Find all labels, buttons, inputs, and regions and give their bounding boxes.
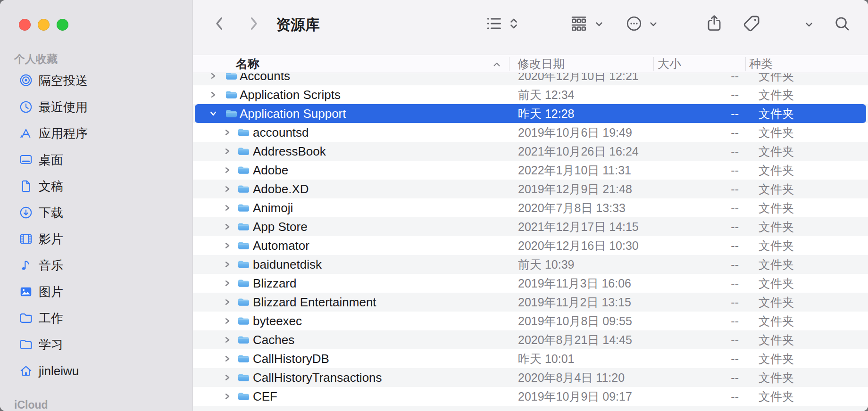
column-header-date-modified[interactable]: 修改日期	[517, 55, 565, 73]
file-kind: 文件夹	[759, 180, 794, 198]
file-size: --	[682, 368, 739, 387]
file-name: byteexec	[253, 312, 302, 330]
column-header-size[interactable]: 大小	[658, 55, 681, 73]
file-row[interactable]: byteexec2019年10月8日 09:55--文件夹	[193, 312, 868, 330]
disclosure-collapsed-icon[interactable]	[225, 374, 230, 381]
folder-icon	[238, 147, 250, 156]
sidebar-item-影片[interactable]: 影片	[0, 226, 192, 252]
folder-icon	[238, 335, 250, 345]
more-actions-chevron-down-icon[interactable]	[647, 18, 659, 30]
sidebar-item-学习[interactable]: 学习	[0, 331, 192, 358]
file-row[interactable]: AddressBook2021年10月26日 16:24--文件夹	[193, 142, 868, 161]
sidebar-item-最近使用[interactable]: 最近使用	[0, 94, 192, 120]
disclosure-collapsed-icon[interactable]	[225, 261, 230, 268]
file-row[interactable]: CEF2019年10月9日 09:17--文件夹	[193, 387, 868, 406]
file-row[interactable]: Application Scripts前天 12:34--文件夹	[193, 85, 868, 104]
more-actions-button[interactable]	[625, 15, 643, 33]
group-by-chevron-down-icon[interactable]	[593, 18, 605, 30]
file-kind: 文件夹	[759, 255, 794, 274]
sidebar-item-jinleiwu[interactable]: jinleiwu	[0, 358, 192, 384]
file-name: Adobe	[253, 161, 288, 180]
close-button[interactable]	[19, 19, 31, 31]
disclosure-collapsed-icon[interactable]	[225, 205, 230, 211]
back-button[interactable]	[210, 14, 229, 33]
tag-button[interactable]	[742, 14, 761, 33]
file-name: accountsd	[253, 123, 309, 142]
file-row[interactable]: Accounts2020年12月10日 12:21--文件夹	[193, 73, 868, 85]
sidebar-item-文稿[interactable]: 文稿	[0, 173, 192, 199]
column-header-kind[interactable]: 种类	[749, 55, 773, 73]
disclosure-collapsed-icon[interactable]	[225, 242, 230, 249]
file-row[interactable]: Adobe.XD2019年12月9日 21:48--文件夹	[193, 180, 868, 198]
file-row[interactable]: Caches2020年8月21日 14:45--文件夹	[193, 330, 868, 349]
disclosure-collapsed-icon[interactable]	[225, 318, 230, 324]
disclosure-collapsed-icon[interactable]	[225, 280, 230, 287]
file-row[interactable]: Automator2020年12月16日 10:30--文件夹	[193, 236, 868, 255]
column-header-name[interactable]: 名称	[236, 55, 259, 73]
file-date-modified: 昨天 10:01	[518, 349, 575, 368]
file-size: --	[682, 104, 739, 123]
file-name: Application Scripts	[240, 85, 341, 104]
file-row[interactable]: App Store2021年12月17日 14:15--文件夹	[193, 217, 868, 236]
share-button[interactable]	[705, 14, 724, 33]
minimize-button[interactable]	[38, 19, 50, 31]
toolbar-overflow-chevron-icon[interactable]	[803, 18, 815, 31]
disclosure-collapsed-icon[interactable]	[225, 186, 230, 192]
folder-icon	[238, 241, 250, 250]
folder-icon	[238, 184, 250, 194]
file-row[interactable]: Blizzard Entertainment2019年11月2日 13:15--…	[193, 293, 868, 312]
folder-icon	[225, 73, 237, 81]
file-size: --	[682, 217, 739, 236]
disclosure-collapsed-icon[interactable]	[225, 337, 230, 343]
disclosure-collapsed-icon[interactable]	[225, 167, 230, 173]
view-list-button[interactable]	[484, 14, 503, 33]
sidebar-item-下载[interactable]: 下载	[0, 199, 192, 226]
file-row[interactable]: Adobe2022年1月10日 11:31--文件夹	[193, 161, 868, 180]
zoom-button[interactable]	[57, 19, 68, 31]
sidebar-item-label: 隔空投送	[39, 67, 88, 94]
disclosure-collapsed-icon[interactable]	[225, 393, 230, 400]
file-list: Accounts2020年12月10日 12:21--文件夹Applicatio…	[193, 73, 868, 411]
file-kind: 文件夹	[759, 198, 794, 217]
disclosure-expanded-icon[interactable]	[210, 111, 217, 116]
sidebar-item-桌面[interactable]: 桌面	[0, 147, 192, 173]
file-row[interactable]: CallHistoryTransactions2020年8月4日 11:20--…	[193, 368, 868, 387]
disclosure-collapsed-icon[interactable]	[210, 91, 216, 98]
file-kind: 文件夹	[759, 387, 794, 406]
file-row[interactable]: accountsd2019年10月6日 19:49--文件夹	[193, 123, 868, 142]
file-size: --	[682, 73, 739, 85]
file-name: CallHistoryTransactions	[253, 368, 382, 387]
column-divider[interactable]	[653, 57, 654, 71]
column-divider[interactable]	[509, 57, 509, 71]
sidebar-item-工作[interactable]: 工作	[0, 305, 192, 331]
disclosure-collapsed-icon[interactable]	[225, 223, 230, 230]
group-by-button[interactable]	[569, 14, 588, 33]
sidebar-section-favorites: 个人收藏	[14, 52, 58, 66]
sidebar-favorites-list: 隔空投送最近使用应用程序桌面文稿下载影片音乐图片工作学习jinleiwu	[0, 67, 192, 384]
forward-button[interactable]	[244, 14, 263, 33]
file-kind: 文件夹	[759, 142, 794, 161]
disclosure-collapsed-icon[interactable]	[225, 299, 230, 305]
view-sort-arrows-icon[interactable]	[507, 16, 521, 31]
sidebar-item-隔空投送[interactable]: 隔空投送	[0, 67, 192, 94]
disclosure-collapsed-icon[interactable]	[225, 355, 230, 362]
document-icon	[19, 179, 33, 193]
file-row[interactable]: Animoji2020年7月8日 13:33--文件夹	[193, 198, 868, 217]
sidebar-item-图片[interactable]: 图片	[0, 279, 192, 305]
disclosure-collapsed-icon[interactable]	[225, 129, 230, 136]
file-date-modified: 2019年10月6日 19:49	[518, 123, 632, 142]
column-divider[interactable]	[745, 57, 746, 71]
sidebar-item-label: 学习	[39, 331, 63, 358]
sidebar-item-应用程序[interactable]: 应用程序	[0, 120, 192, 147]
search-button[interactable]	[833, 15, 851, 33]
file-row[interactable]: baidunetdisk前天 10:39--文件夹	[193, 255, 868, 274]
file-row[interactable]	[193, 406, 868, 411]
file-row[interactable]: Blizzard2019年11月3日 16:06--文件夹	[193, 274, 868, 293]
file-name: Blizzard	[253, 274, 296, 293]
file-row[interactable]: CallHistoryDB昨天 10:01--文件夹	[193, 349, 868, 368]
disclosure-collapsed-icon[interactable]	[210, 73, 216, 79]
folder-icon	[238, 260, 250, 269]
file-row[interactable]: Application Support昨天 12:28--文件夹	[193, 104, 868, 123]
disclosure-collapsed-icon[interactable]	[225, 148, 230, 155]
sidebar-item-音乐[interactable]: 音乐	[0, 252, 192, 279]
